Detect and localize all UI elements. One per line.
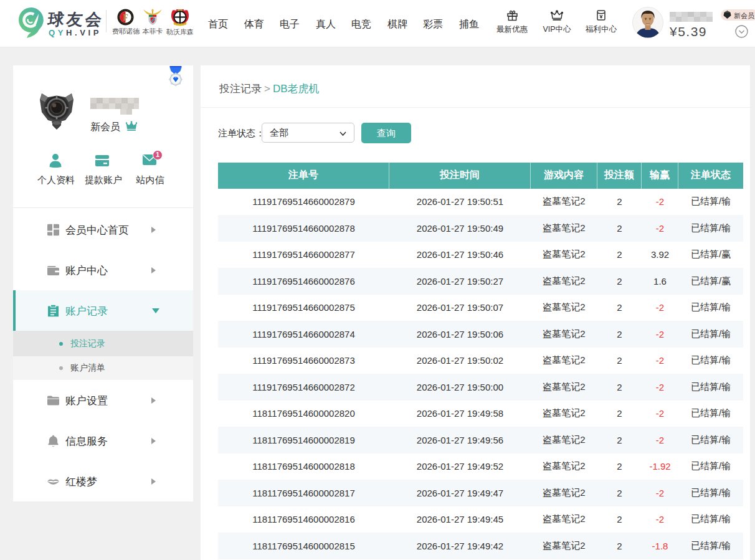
- svg-text:F: F: [123, 13, 128, 22]
